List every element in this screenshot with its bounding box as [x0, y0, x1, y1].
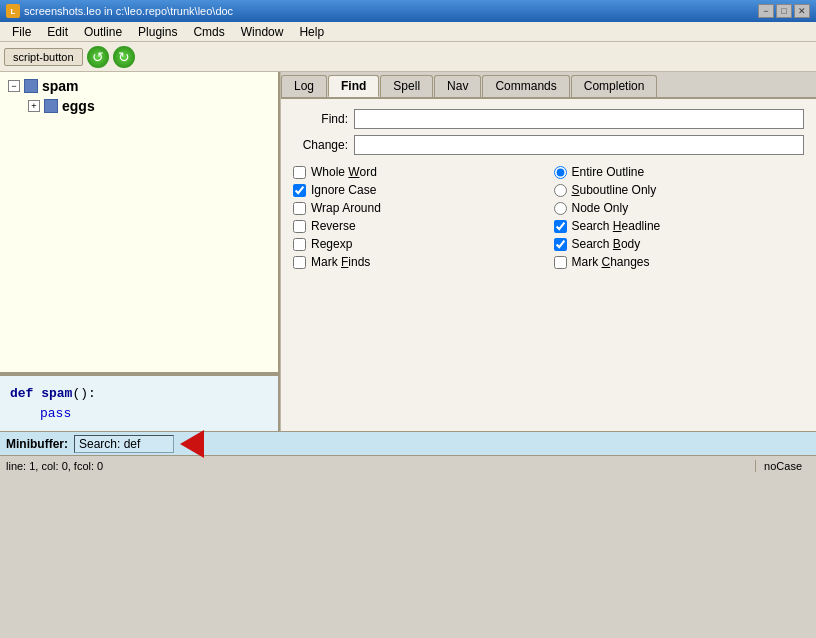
node-icon-spam: [24, 79, 38, 93]
entire-outline-radio[interactable]: [554, 166, 567, 179]
option-reverse: Reverse: [293, 219, 544, 233]
search-headline-label[interactable]: Search Headline: [572, 219, 661, 233]
wrap-around-label[interactable]: Wrap Around: [311, 201, 381, 215]
back-icon: ↺: [92, 49, 104, 65]
reverse-label[interactable]: Reverse: [311, 219, 356, 233]
code-parens: ():: [72, 386, 95, 401]
menu-outline[interactable]: Outline: [76, 23, 130, 41]
tabs-bar: Log Find Spell Nav Commands Completion: [281, 72, 816, 99]
ignore-case-label[interactable]: Ignore Case: [311, 183, 376, 197]
close-button[interactable]: ✕: [794, 4, 810, 18]
body-editor[interactable]: def spam(): pass: [0, 376, 278, 431]
forward-icon: ↻: [118, 49, 130, 65]
search-headline-checkbox[interactable]: [554, 220, 567, 233]
menu-window[interactable]: Window: [233, 23, 292, 41]
find-label: Find:: [293, 112, 348, 126]
app-icon: L: [6, 4, 20, 18]
suboutline-only-radio[interactable]: [554, 184, 567, 197]
minibuffer-value[interactable]: Search: def: [74, 435, 174, 453]
code-line-2: pass: [10, 404, 268, 424]
wrap-around-checkbox[interactable]: [293, 202, 306, 215]
tree-panel: − spam + eggs: [0, 72, 280, 372]
code-funcname: spam: [41, 386, 72, 401]
mark-changes-checkbox[interactable]: [554, 256, 567, 269]
main-area: − spam + eggs def spam(): pass: [0, 72, 816, 431]
code-pass: pass: [10, 404, 268, 424]
find-input[interactable]: [354, 109, 804, 129]
node-only-label[interactable]: Node Only: [572, 201, 629, 215]
status-mode: noCase: [755, 460, 810, 472]
mark-finds-checkbox[interactable]: [293, 256, 306, 269]
options-area: Whole Word Entire Outline Ignore Case Su…: [293, 165, 804, 269]
mark-finds-label[interactable]: Mark Finds: [311, 255, 370, 269]
right-panel: Log Find Spell Nav Commands Completion F…: [280, 72, 816, 431]
change-label: Change:: [293, 138, 348, 152]
back-button[interactable]: ↺: [87, 46, 109, 68]
minimize-button[interactable]: −: [758, 4, 774, 18]
toolbar: script-button ↺ ↻: [0, 42, 816, 72]
search-body-checkbox[interactable]: [554, 238, 567, 251]
menu-help[interactable]: Help: [291, 23, 332, 41]
tree-label-eggs: eggs: [62, 98, 95, 114]
option-whole-word: Whole Word: [293, 165, 544, 179]
minibuffer-bar: Minibuffer: Search: def: [0, 431, 816, 455]
script-button[interactable]: script-button: [4, 48, 83, 66]
mark-changes-label[interactable]: Mark Changes: [572, 255, 650, 269]
tab-log[interactable]: Log: [281, 75, 327, 97]
change-row: Change:: [293, 135, 804, 155]
node-icon-eggs: [44, 99, 58, 113]
tab-commands[interactable]: Commands: [482, 75, 569, 97]
tab-nav[interactable]: Nav: [434, 75, 481, 97]
regexp-checkbox[interactable]: [293, 238, 306, 251]
arrow-indicator: [180, 430, 204, 458]
option-wrap-around: Wrap Around: [293, 201, 544, 215]
minibuffer-label: Minibuffer:: [6, 437, 68, 451]
node-only-radio[interactable]: [554, 202, 567, 215]
suboutline-only-label[interactable]: Suboutline Only: [572, 183, 657, 197]
expand-icon-spam[interactable]: −: [8, 80, 20, 92]
title-bar: L screenshots.leo in c:\leo.repo\trunk\l…: [0, 0, 816, 22]
option-ignore-case: Ignore Case: [293, 183, 544, 197]
search-body-label[interactable]: Search Body: [572, 237, 641, 251]
left-column: − spam + eggs def spam(): pass: [0, 72, 280, 431]
ignore-case-checkbox[interactable]: [293, 184, 306, 197]
find-row: Find:: [293, 109, 804, 129]
option-entire-outline: Entire Outline: [554, 165, 805, 179]
menu-file[interactable]: File: [4, 23, 39, 41]
whole-word-checkbox[interactable]: [293, 166, 306, 179]
window-title: screenshots.leo in c:\leo.repo\trunk\leo…: [24, 5, 233, 17]
option-node-only: Node Only: [554, 201, 805, 215]
status-bar: line: 1, col: 0, fcol: 0 noCase: [0, 455, 816, 475]
tree-label-spam: spam: [42, 78, 79, 94]
tree-node-eggs[interactable]: + eggs: [24, 96, 274, 116]
code-keyword-def: def: [10, 386, 41, 401]
option-search-headline: Search Headline: [554, 219, 805, 233]
regexp-label[interactable]: Regexp: [311, 237, 352, 251]
option-mark-finds: Mark Finds: [293, 255, 544, 269]
tab-find[interactable]: Find: [328, 75, 379, 97]
tree-area: − spam + eggs: [0, 72, 278, 372]
status-position: line: 1, col: 0, fcol: 0: [6, 460, 755, 472]
option-suboutline-only: Suboutline Only: [554, 183, 805, 197]
reverse-checkbox[interactable]: [293, 220, 306, 233]
tab-spell[interactable]: Spell: [380, 75, 433, 97]
code-line-1: def spam():: [10, 384, 268, 404]
change-input[interactable]: [354, 135, 804, 155]
maximize-button[interactable]: □: [776, 4, 792, 18]
menu-edit[interactable]: Edit: [39, 23, 76, 41]
menu-bar: File Edit Outline Plugins Cmds Window He…: [0, 22, 816, 42]
tab-completion[interactable]: Completion: [571, 75, 658, 97]
tree-node-spam[interactable]: − spam: [4, 76, 274, 96]
option-regexp: Regexp: [293, 237, 544, 251]
menu-plugins[interactable]: Plugins: [130, 23, 185, 41]
whole-word-label[interactable]: Whole Word: [311, 165, 377, 179]
option-mark-changes: Mark Changes: [554, 255, 805, 269]
entire-outline-label[interactable]: Entire Outline: [572, 165, 645, 179]
expand-icon-eggs[interactable]: +: [28, 100, 40, 112]
menu-cmds[interactable]: Cmds: [185, 23, 232, 41]
find-panel: Find: Change: Whole Word Entire Outline: [281, 99, 816, 279]
forward-button[interactable]: ↻: [113, 46, 135, 68]
option-search-body: Search Body: [554, 237, 805, 251]
